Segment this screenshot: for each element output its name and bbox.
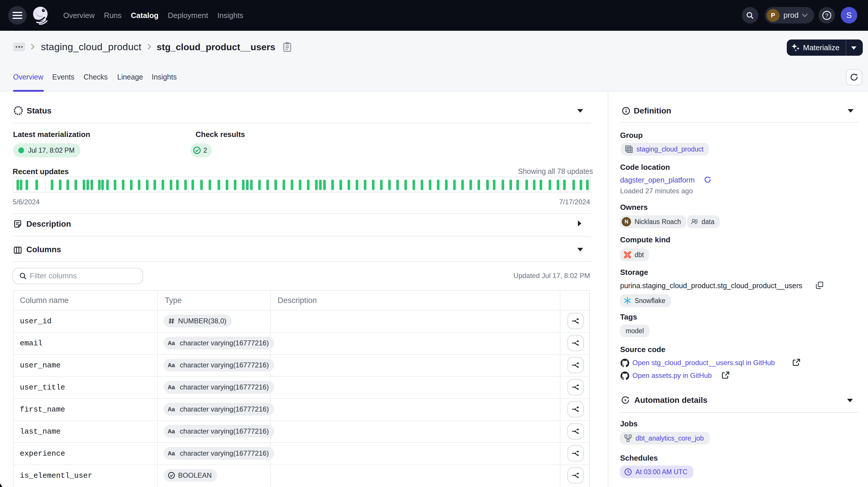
svg-text:Aa: Aa <box>168 384 175 390</box>
svg-text:Aa: Aa <box>168 406 175 413</box>
svg-text:?: ? <box>825 12 829 19</box>
svg-text:Aa: Aa <box>168 450 175 457</box>
svg-text:Aa: Aa <box>168 362 175 368</box>
svg-text:Aa: Aa <box>168 428 175 434</box>
svg-text:Aa: Aa <box>168 340 175 346</box>
